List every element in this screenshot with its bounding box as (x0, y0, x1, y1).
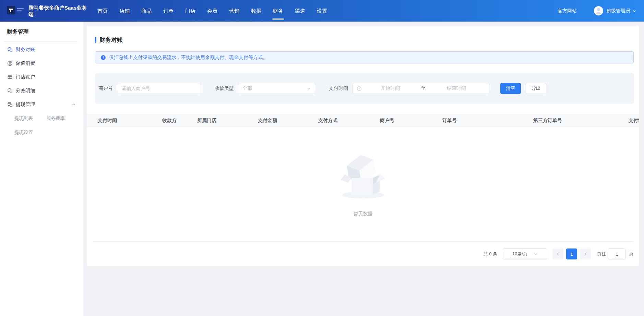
sidebar-item-stored-value[interactable]: 储值消费 (0, 57, 83, 70)
goto-page-input[interactable] (608, 248, 626, 259)
page-size-select[interactable]: 10条/页 (503, 248, 547, 259)
sidebar-item-label: 提现管理 (16, 101, 35, 108)
nav-item-stores[interactable]: 门店 (185, 0, 195, 22)
pagination: 共 0 条 10条/页 1 前往 页 (484, 248, 634, 259)
chevron-up-icon (72, 102, 76, 107)
title-accent-bar (95, 37, 96, 43)
nav-item-home[interactable]: 首页 (97, 0, 108, 22)
coins-icon (7, 47, 13, 52)
col-pay-time: 支付时间 (87, 118, 162, 124)
nav-item-marketing[interactable]: 营销 (229, 0, 239, 22)
sidebar-item-label: 储值消费 (16, 60, 35, 66)
coins-icon (7, 88, 13, 94)
range-separator: 至 (419, 85, 428, 92)
nav-item-finance[interactable]: 财务 (273, 0, 283, 22)
reconciliation-card: 财务对账 仅汇总线上支付渠道的交易流水，不统计使用余额支付、现金支付等方式。 商… (87, 26, 639, 266)
sidebar-item-label: 财务对账 (16, 47, 35, 53)
sidebar-item-store-account[interactable]: 门店账户 (0, 70, 83, 84)
chevron-down-icon (534, 252, 538, 256)
main-content: 财务对账 仅汇总线上支付渠道的交易流水，不统计使用余额支付、现金支付等方式。 商… (83, 22, 644, 316)
col-payee: 收款方 (162, 118, 197, 124)
yen-circle-icon (7, 61, 13, 66)
nav-item-shop[interactable]: 店铺 (119, 0, 130, 22)
page-title: 财务对账 (99, 36, 123, 44)
col-amount: 支付金额 (258, 118, 318, 124)
sidebar-subitem-withdraw-list[interactable]: 提现列表 (14, 111, 46, 125)
merchant-id-input[interactable] (117, 83, 201, 94)
page-number-button[interactable]: 1 (566, 248, 577, 259)
sidebar-item-label: 门店账户 (16, 74, 35, 80)
pay-time-label: 支付时间 (329, 85, 348, 92)
nav-item-members[interactable]: 会员 (207, 0, 217, 22)
sidebar-subitem-service-rate[interactable]: 服务费率 (46, 111, 78, 125)
empty-text: 暂无数据 (354, 211, 373, 217)
sidebar-subitem-withdraw-settings[interactable]: 提现设置 (14, 125, 46, 139)
col-store: 所属门店 (197, 118, 258, 124)
goto-label: 前往 (597, 251, 606, 257)
official-site-link[interactable]: 官方网站 (558, 8, 577, 14)
pay-time-range-picker[interactable]: 开始时间 至 结束时间 (352, 83, 489, 94)
top-nav: 首页 店铺 商品 订单 门店 会员 营销 数据 财务 渠道 设置 (97, 0, 327, 22)
prev-page-button[interactable] (552, 248, 563, 259)
empty-state: 暂无数据 (87, 149, 639, 217)
info-icon (100, 55, 106, 60)
col-merchant-id: 商户号 (380, 118, 442, 124)
nav-item-orders[interactable]: 订单 (163, 0, 174, 22)
nav-item-settings[interactable]: 设置 (317, 0, 327, 22)
user-name[interactable]: 超级管理员 (606, 8, 630, 14)
info-alert: 仅汇总线上支付渠道的交易流水，不统计使用余额支付、现金支付等方式。 (95, 51, 634, 63)
table-header-row: 支付时间 收款方 所属门店 支付金额 支付方式 商户号 订单号 第三方订单号 支… (87, 114, 639, 127)
sidebar-item-withdraw-management[interactable]: 提现管理 (0, 98, 83, 111)
merchant-id-label: 商户号 (98, 85, 113, 92)
filter-bar: 商户号 收款类型 全部 支付时间 开始时间 (95, 73, 634, 104)
brand-logo-icon (7, 5, 25, 16)
sidebar-title: 财务管理 (0, 22, 83, 41)
end-time-placeholder[interactable]: 结束时间 (428, 85, 485, 92)
coins-icon (7, 102, 13, 107)
nav-item-data[interactable]: 数据 (251, 0, 261, 22)
chevron-down-icon (307, 86, 311, 90)
payee-type-value: 全部 (242, 85, 252, 92)
person-icon (594, 6, 603, 15)
chevron-down-icon[interactable] (632, 9, 636, 13)
col-pay-method: 支付方式 (318, 118, 380, 124)
nav-item-goods[interactable]: 商品 (141, 0, 152, 22)
nav-item-channels[interactable]: 渠道 (295, 0, 305, 22)
topbar-right: 官方网站 超级管理员 (558, 6, 644, 15)
page-size-value: 10条/页 (512, 251, 527, 257)
export-button[interactable]: 导出 (526, 83, 546, 94)
clear-button[interactable]: 清空 (500, 83, 521, 94)
sidebar-item-reconciliation[interactable]: 财务对账 (0, 43, 83, 57)
col-order-no: 订单号 (442, 118, 533, 124)
withdraw-submenu: 提现列表 服务费率 提现设置 (0, 111, 83, 139)
clock-icon (357, 86, 362, 91)
empty-box-illustration (336, 149, 391, 202)
page-unit-label: 页 (629, 251, 634, 257)
wallet-icon (7, 74, 13, 80)
col-pay-status: 支付状态 (629, 118, 639, 124)
col-third-party-order-no: 第三方订单号 (533, 118, 629, 124)
sidebar: 财务管理 财务对账 储值消费 (0, 22, 83, 316)
alert-text: 仅汇总线上支付渠道的交易流水，不统计使用余额支付、现金支付等方式。 (109, 54, 267, 61)
pagination-total: 共 0 条 (484, 251, 497, 257)
user-avatar[interactable] (594, 6, 603, 15)
sidebar-item-split-detail[interactable]: 分账明细 (0, 84, 83, 98)
start-time-placeholder[interactable]: 开始时间 (362, 85, 419, 92)
brand[interactable]: 腾马餐饮多商户Saas业务端 (0, 4, 90, 17)
payee-type-select[interactable]: 全部 (238, 83, 315, 94)
payee-type-label: 收款类型 (215, 85, 234, 92)
topbar: 腾马餐饮多商户Saas业务端 首页 店铺 商品 订单 门店 会员 营销 数据 财… (0, 0, 644, 22)
next-page-button[interactable] (580, 248, 591, 259)
sidebar-item-label: 分账明细 (16, 88, 35, 94)
brand-title: 腾马餐饮多商户Saas业务端 (28, 4, 87, 17)
sidebar-divider (4, 41, 77, 41)
table-bottom-divider (93, 241, 633, 242)
